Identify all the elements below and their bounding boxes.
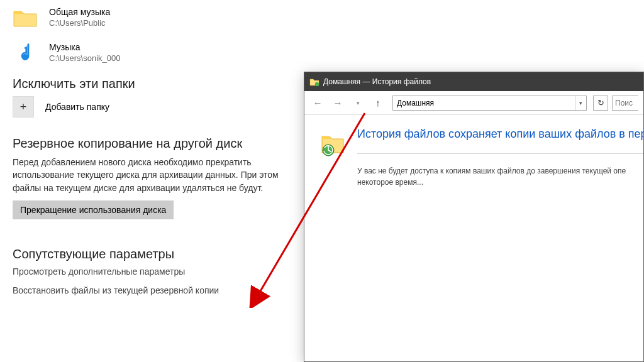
music-icon <box>13 41 38 64</box>
app-icon <box>309 77 319 87</box>
link-restore-files[interactable]: Восстановить файлы из текущей резервной … <box>13 285 289 295</box>
link-more-options[interactable]: Просмотреть дополнительные параметры <box>13 266 289 277</box>
nav-up-button[interactable]: ↑ <box>370 95 386 111</box>
nav-forward-button[interactable]: → <box>330 95 346 111</box>
backup-other-heading: Резервное копирование на другой диск <box>13 136 289 151</box>
folder-title: Музыка <box>49 41 120 53</box>
titlebar[interactable]: Домашняя — История файлов <box>304 72 643 91</box>
add-folder-button[interactable]: + <box>13 96 34 118</box>
toolbar: ← → ▾ ↑ ▾ ↻ <box>304 91 643 115</box>
exclude-heading: Исключить эти папки <box>13 77 289 91</box>
file-history-icon <box>319 130 346 156</box>
nav-back-button[interactable]: ← <box>309 95 326 111</box>
file-history-window: Домашняя — История файлов ← → ▾ ↑ ▾ ↻ Ис… <box>304 72 644 362</box>
excluded-folder-row[interactable]: Общая музыка C:\Users\Public <box>13 6 289 29</box>
svg-point-2 <box>315 82 319 86</box>
folder-icon <box>13 6 38 29</box>
svg-rect-1 <box>27 44 29 55</box>
file-history-message: У вас не будет доступа к копиям ваших фа… <box>357 165 643 188</box>
search-box[interactable] <box>612 96 638 111</box>
stop-using-disk-button[interactable]: Прекращение использования диска <box>13 200 174 219</box>
excluded-folder-row[interactable]: Музыка C:\Users\sonik_000 <box>13 41 289 64</box>
search-input[interactable] <box>613 99 638 107</box>
address-dropdown[interactable]: ▾ <box>575 96 586 110</box>
address-bar[interactable]: ▾ <box>392 96 587 111</box>
backup-other-body: Перед добавлением нового диска необходим… <box>13 156 283 194</box>
folder-title: Общая музыка <box>49 6 110 18</box>
folder-path: C:\Users\sonik_000 <box>49 53 120 64</box>
nav-recent-dropdown[interactable]: ▾ <box>350 95 366 111</box>
file-history-headline: История файлов сохраняет копии ваших фай… <box>357 128 643 141</box>
divider <box>357 153 643 154</box>
window-title: Домашняя — История файлов <box>323 77 431 86</box>
address-input[interactable] <box>393 99 575 107</box>
folder-path: C:\Users\Public <box>49 18 110 29</box>
add-folder-label: Добавить папку <box>45 102 109 112</box>
refresh-button[interactable]: ↻ <box>593 96 608 111</box>
related-heading: Сопутствующие параметры <box>13 247 289 261</box>
